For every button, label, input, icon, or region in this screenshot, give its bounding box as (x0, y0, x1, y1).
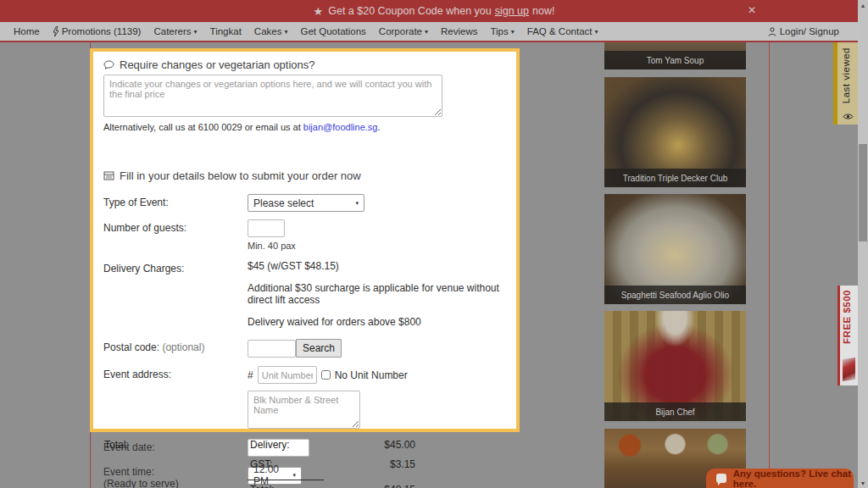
chat-bubble-icon (716, 474, 726, 483)
chevron-down-icon: ▾ (194, 28, 198, 36)
unit-prefix: # (248, 369, 253, 381)
nav-item-tingkat[interactable]: Tingkat (210, 26, 242, 36)
type-of-event-label: Type of Event: (103, 194, 248, 212)
banner-text-after: now! (532, 5, 554, 17)
lightning-icon (53, 26, 59, 36)
sign-up-link[interactable]: sign up (495, 5, 529, 17)
food-card-spaghetti-aglio-olio[interactable]: Spaghetti Seafood Aglio Olio (604, 194, 746, 304)
form-icon (103, 171, 114, 180)
star-icon: ★ (314, 5, 324, 18)
chat-label: Any questions? Live chat here. (733, 469, 854, 488)
chevron-down-icon: ▾ (425, 28, 428, 36)
delivery-charges-label: Delivery Charges: (103, 260, 248, 328)
delivery-charges-value: $45 (w/GST $48.15) (248, 260, 506, 272)
user-icon (768, 27, 776, 36)
main-nav: Home Promotions (1139) Caterers▾ Tingkat… (0, 22, 868, 41)
postal-code-label: Postal code: (optional) (103, 339, 248, 358)
scroll-down-arrow[interactable]: ▼ (858, 478, 868, 488)
guests-input[interactable] (248, 219, 285, 237)
food-card-caption: Tom Yam Soup (604, 51, 746, 69)
no-unit-label: No Unit Number (335, 369, 408, 381)
search-button[interactable]: Search (296, 339, 342, 358)
voucher-image (843, 358, 855, 381)
last-viewed-tab[interactable]: Last viewed (833, 42, 858, 125)
nav-item-caterers[interactable]: Caterers▾ (153, 26, 197, 36)
food-card-bijan-chef[interactable]: Bijan Chef (604, 311, 746, 421)
food-card-caption: Spaghetti Seafood Aglio Olio (604, 286, 746, 304)
event-address-label: Event address: (103, 366, 248, 431)
scroll-up-arrow[interactable]: ▲ (858, 0, 868, 10)
coupon-banner: ★ Get a $20 Coupon Code when you sign up… (0, 0, 868, 22)
alt-contact-line: Alternatively, call us at 6100 0029 or e… (103, 122, 506, 132)
food-card-triple-decker-club[interactable]: Tradition Triple Decker Club (604, 77, 746, 187)
changes-heading-label: Require changes or vegetarian options? (120, 58, 315, 71)
banner-text-before: Get a $20 Coupon Code when you (328, 5, 492, 17)
select-arrow-icon: ▾ (292, 472, 296, 479)
scrollbar[interactable]: ▲ ▼ (858, 0, 868, 488)
postal-code-input[interactable] (248, 340, 296, 358)
type-of-event-select[interactable]: Please select ▾ (248, 194, 364, 212)
speech-bubble-icon (103, 60, 114, 70)
event-time-sublabel: (Ready to serve) (103, 478, 248, 488)
nav-item-cakes[interactable]: Cakes▾ (254, 26, 288, 36)
free-banner-label: FREE $500 (842, 290, 852, 344)
total-label: Total: (104, 439, 129, 451)
changes-textarea[interactable] (103, 75, 442, 117)
login-signup-button[interactable]: Login/ Signup (768, 26, 868, 36)
nav-item-get-quotations[interactable]: Get Quotations (300, 26, 365, 36)
guests-label: Number of guests: (103, 219, 248, 251)
chevron-down-icon: ▾ (284, 28, 287, 36)
last-viewed-label: Last viewed (841, 47, 851, 103)
details-heading-label: Fill in your details below to submit you… (120, 169, 361, 182)
live-chat-widget[interactable]: Any questions? Live chat here. (706, 469, 854, 488)
nav-item-corporate[interactable]: Corporate▾ (379, 26, 428, 36)
scrollbar-thumb[interactable] (859, 144, 867, 241)
delivery-waived-note: Delivery waived for orders above $800 (248, 316, 506, 328)
event-time-label: Event time: (Ready to serve) (103, 463, 248, 488)
chevron-down-icon: ▾ (595, 28, 598, 36)
nav-item-tips[interactable]: Tips▾ (490, 26, 514, 36)
details-heading: Fill in your details below to submit you… (103, 169, 506, 182)
content-right-border (769, 42, 770, 488)
nav-left: Home Promotions (1139) Caterers▾ Tingkat… (0, 26, 598, 36)
changes-heading: Require changes or vegetarian options? (103, 58, 506, 71)
free-voucher-banner[interactable]: FREE $500 (837, 286, 858, 385)
delivery-surcharge-note: Additional $30 surcharge is applicable f… (248, 282, 506, 306)
select-arrow-icon: ▾ (355, 200, 359, 207)
login-label: Login/ Signup (780, 26, 839, 36)
eye-icon (843, 113, 854, 120)
nav-item-reviews[interactable]: Reviews (441, 26, 477, 36)
food-card-tom-yam-soup[interactable]: Tom Yam Soup (604, 42, 746, 69)
unit-number-input[interactable] (258, 366, 317, 384)
type-of-event-value: Please select (253, 197, 314, 209)
guests-hint: Min. 40 pax (248, 241, 296, 251)
totals-divider (248, 480, 324, 480)
close-icon[interactable]: ✕ (748, 4, 756, 16)
nav-item-promotions[interactable]: Promotions (1139) (53, 26, 142, 36)
food-card-caption: Tradition Triple Decker Club (604, 169, 746, 187)
nav-item-faq-contact[interactable]: FAQ & Contact▾ (527, 26, 598, 36)
chevron-down-icon: ▾ (511, 28, 515, 36)
no-unit-checkbox[interactable] (321, 370, 331, 380)
postal-optional-label: (optional) (162, 341, 204, 353)
food-card-caption: Bijan Chef (604, 402, 746, 421)
street-address-textarea[interactable] (248, 391, 360, 429)
order-form: Require changes or vegetarian options? A… (90, 48, 520, 432)
email-link[interactable]: bijan@foodline.sg (303, 122, 378, 132)
nav-item-home[interactable]: Home (14, 26, 40, 36)
